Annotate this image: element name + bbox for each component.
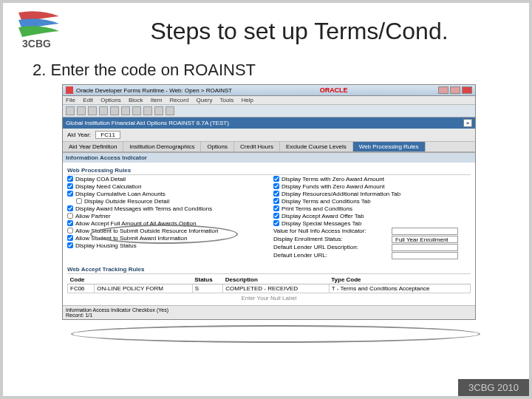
select-icon[interactable] [88,106,97,115]
checkbox[interactable] [273,213,279,219]
cell-code[interactable]: FC06 [68,284,95,293]
check-label: Display Cumulative Loan Amounts [75,191,166,197]
left-check-5: Allow Partner [67,212,265,219]
check-label: Display Outside Resource Detail [84,198,169,205]
delete-icon[interactable] [110,106,119,115]
tracking-table: Code Status Description Type Code FC06 O… [67,276,471,293]
right-check-0: Display Terms with Zero Award Amount [273,175,471,183]
app-icon [66,86,73,94]
checkbox[interactable] [76,198,82,204]
field-pair-1: Display Enrollment Status:Full Year Enro… [273,235,471,243]
left-check-6: Allow Accept Full Amount of All Awards O… [67,219,265,227]
th-description: Description [223,276,329,284]
checkbox[interactable] [273,176,279,182]
status-bar: Information Access Indicator Checkbox (Y… [63,305,475,319]
tab-aid-year-definition[interactable]: Aid Year Definition [63,142,123,151]
save-icon[interactable] [66,106,75,115]
section-info-access: Information Access Indicator [63,152,475,163]
tab-credit-hours[interactable]: Credit Hours [234,142,280,151]
check-label: Allow Student to Submit Award Informatio… [75,235,188,242]
tab-exclude-course-levels[interactable]: Exclude Course Levels [280,142,353,151]
form-close-icon[interactable]: × [463,119,472,127]
close-button[interactable] [462,86,472,94]
menu-record[interactable]: Record [170,97,189,103]
menu-query[interactable]: Query [197,97,213,103]
menu-tools[interactable]: Tools [219,97,233,103]
cell-desc2[interactable]: COMPLETED - RECEIVED [223,284,329,293]
tab-options[interactable]: Options [201,142,234,151]
prev-icon[interactable] [121,106,130,115]
oracle-forms-window: Oracle Developer Forms Runtime - Web: Op… [62,84,476,320]
print-icon[interactable] [154,106,163,115]
check-label: Allow Student to Submit Outside Resource… [75,228,218,234]
cell-type[interactable]: T - Terms and Conditions Acceptance [329,284,470,293]
menu-file[interactable]: File [66,97,75,103]
window-titlebar: Oracle Developer Forms Runtime - Web: Op… [63,85,475,96]
right-check-5: Display Accept Award Offer Tab [273,212,471,219]
checkbox[interactable] [67,235,73,241]
check-label: Display Funds with Zero Award Amount [282,183,384,190]
check-label: Allow Accept Full Amount of All Awards O… [75,220,197,227]
insert-icon[interactable] [99,106,108,115]
menu-bar: File Edit Options Block Item Record Quer… [63,96,475,105]
pair-label: Value for Null Info Access Indicator: [273,228,392,234]
maximize-button[interactable] [450,86,460,94]
checkbox[interactable] [273,198,279,204]
breadcrumb-text: Global Institution Financial Aid Options… [66,120,229,126]
pair-value[interactable] [392,244,458,251]
menu-edit[interactable]: Edit [83,97,93,103]
cell-status[interactable]: S [192,284,223,293]
checkbox[interactable] [67,176,73,182]
check-label: Display Resources/Additional Information… [282,191,400,197]
pair-value[interactable] [392,228,458,235]
th-type: Type Code [329,276,470,284]
checkbox[interactable] [67,183,73,189]
exit-icon[interactable] [166,106,174,115]
menu-item[interactable]: Item [151,97,163,103]
checkbox[interactable] [67,220,73,226]
slide-title: Steps to set up Terms/Cond. [81,18,517,45]
checkbox[interactable] [273,220,279,226]
checkbox[interactable] [67,213,73,219]
next-icon[interactable] [132,106,141,115]
query-icon[interactable] [143,106,152,115]
table-row[interactable]: FC06 ON-LINE POLICY FORM S COMPLETED - R… [68,284,471,293]
minimize-button[interactable] [438,86,449,94]
menu-help[interactable]: Help [241,97,253,103]
pair-value[interactable] [392,252,458,259]
checkbox[interactable] [273,205,279,211]
logo-3cbg: 3CBG [15,9,66,53]
left-check-3: Display Outside Resource Detail [76,197,265,205]
checkbox[interactable] [67,242,73,248]
annotation-circle-2 [71,325,480,343]
slide-footer: 3CBG 2010 [458,379,529,396]
menu-block[interactable]: Block [129,97,143,103]
menu-options[interactable]: Options [100,97,121,103]
field-pair-2: Default Lender URL Description: [273,243,471,251]
pair-value[interactable]: Full Year Enrollment [392,236,458,243]
checkbox[interactable] [273,191,279,197]
left-check-2: Display Cumulative Loan Amounts [67,190,265,197]
rollback-icon[interactable] [77,106,86,115]
status-line1: Information Access Indicator Checkbox (Y… [66,307,472,313]
checkbox[interactable] [273,183,279,189]
window-title: Oracle Developer Forms Runtime - Web: Op… [76,87,232,94]
checkbox[interactable] [67,191,73,197]
pair-label: Default Lender URL Description: [273,244,392,250]
checkbox[interactable] [67,205,73,211]
check-label: Display Special Messages Tab [282,220,361,227]
tab-institution-demographics[interactable]: Institution Demographics [123,142,201,151]
form-breadcrumb: Global Institution Financial Aid Options… [63,117,475,129]
tab-web-processing-rules[interactable]: Web Processing Rules [353,142,426,151]
check-label: Display Need Calculation [75,183,141,190]
checkbox[interactable] [67,228,73,233]
aid-year-field[interactable]: FC11 [95,131,120,139]
right-check-2: Display Resources/Additional Information… [273,190,471,197]
left-check-9: Display Housing Status [67,242,265,249]
check-label: Display Accept Award Offer Tab [282,213,364,219]
aid-year-row: Aid Year: FC11 [63,129,475,142]
left-check-0: Display COA Detail [67,175,265,183]
cell-desc1[interactable]: ON-LINE POLICY FORM [95,284,192,293]
check-label: Display COA Detail [75,176,126,183]
check-label: Print Terms and Conditions [282,205,352,212]
